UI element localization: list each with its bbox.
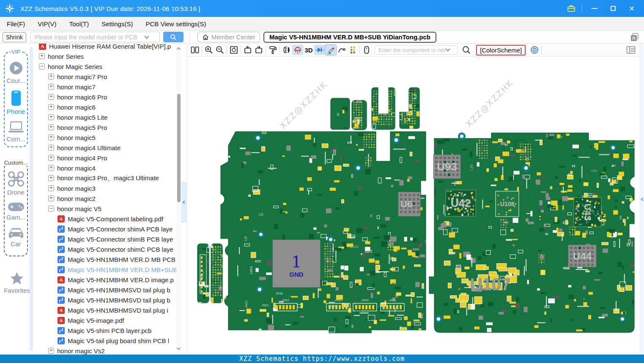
tree-item[interactable]: AHuawei Hisense RAM General Table[VIP].p	[34, 44, 176, 51]
expand-icon[interactable]: +	[48, 135, 54, 140]
tree-item[interactable]: AMagic V5-Component labeling.pdf	[34, 214, 176, 224]
layer-panel-icon[interactable]	[625, 45, 636, 55]
tree-scrollbar[interactable]	[176, 44, 181, 355]
tree-item[interactable]: AMagic V5-HN1MBHM VER.D image.p	[34, 275, 176, 285]
model-search-input[interactable]	[31, 34, 145, 41]
tree-item[interactable]: –honor magic V5	[34, 204, 176, 214]
chevron-down-icon[interactable]	[144, 34, 149, 38]
tree-item[interactable]: Magic V5-HN1MBHMSVD tail plug b	[34, 295, 176, 305]
tree-item[interactable]: Magic V5-HN1MBHM VER.D MB PCB	[34, 254, 176, 264]
sidebar-item-car[interactable]: Car	[5, 227, 27, 248]
expand-icon[interactable]: +	[48, 195, 54, 201]
expand-icon[interactable]: +	[39, 53, 45, 59]
expand-icon[interactable]: +	[48, 104, 54, 110]
pcb-canvas[interactable]: U6U93U42U108U43U44U1071GNDJ9_1J454J452J5…	[187, 57, 640, 355]
net-search-icon[interactable]	[461, 45, 472, 55]
menu-item-pcb-view-settings-s[interactable]: PCB View settings(S)	[145, 20, 206, 28]
curve-measure-icon[interactable]	[336, 45, 347, 55]
expand-icon[interactable]: +	[48, 94, 54, 100]
tree-item[interactable]: Magic V5-Connector shimC PCB laye	[34, 244, 176, 254]
right-panel-collapse-strip[interactable]	[640, 44, 644, 355]
sidebar-item-favorites[interactable]: Favorites	[0, 272, 34, 294]
net-search-input[interactable]	[375, 47, 446, 53]
expand-icon[interactable]: +	[48, 74, 54, 80]
tree-item[interactable]: +honor magic5	[34, 132, 176, 143]
rotate-ccw-icon[interactable]	[242, 45, 253, 55]
menu-item-settings-s[interactable]: Settings(S)	[101, 20, 133, 28]
tree-item[interactable]: +honor magic3 Pro、magic3 Ultimate	[34, 173, 176, 183]
expand-icon[interactable]: +	[48, 145, 54, 151]
open-file-tab[interactable]: Magic V5-HN1MBHM VER.D MB+SUB YiDianTong…	[263, 32, 436, 43]
expand-icon[interactable]: +	[48, 175, 54, 181]
menu-item-tool-t[interactable]: Tool(T)	[69, 20, 89, 28]
sidebar-item-game[interactable]: Gam...	[5, 202, 27, 221]
collapse-icon[interactable]: –	[48, 206, 54, 212]
tree-item[interactable]: +honor magic3	[34, 183, 176, 193]
chevron-down-icon[interactable]	[445, 47, 450, 51]
tree-item[interactable]: –honor Magic Series	[34, 61, 176, 72]
reset-view-icon[interactable]	[228, 45, 239, 55]
tree-item[interactable]: Magic V5-HN1MBHM VER.D MB+SUB YiDianTong…	[34, 264, 176, 275]
tree-item[interactable]: Magic V5-HN1MBHMSVD tail plug b	[34, 285, 176, 295]
net-search-box[interactable]	[375, 45, 458, 55]
expand-icon[interactable]: +	[48, 185, 54, 191]
diode-jump-icon[interactable]	[314, 45, 325, 55]
tree-item[interactable]: +honor magic6	[34, 102, 176, 112]
sidebar-item-course[interactable]: Cour...	[5, 61, 27, 84]
model-search-box[interactable]	[30, 32, 160, 42]
sidebar-item-computer[interactable]: Com...	[5, 121, 27, 143]
menu-item-vip-v[interactable]: VIP(V)	[38, 20, 56, 28]
colorscheme-button[interactable]: [ColorScheme]	[476, 45, 526, 55]
expand-icon[interactable]: +	[48, 124, 54, 130]
color-dots-icon[interactable]	[347, 45, 358, 55]
expand-icon[interactable]: +	[48, 155, 54, 161]
split-view-icon[interactable]	[189, 45, 200, 55]
3d-view-button[interactable]: 3D	[303, 45, 314, 55]
minimize-button[interactable]	[588, 3, 601, 14]
scrollbar-thumb[interactable]	[177, 94, 181, 202]
zoom-out-icon[interactable]	[214, 45, 225, 55]
tree-item[interactable]: AMagic V5-image.pdf	[34, 315, 176, 325]
scroll-down-icon[interactable]	[177, 346, 181, 350]
member-center-button[interactable]: Member Center	[197, 32, 260, 42]
tree-item[interactable]: +honor magic5 Lite	[34, 112, 176, 122]
mouse-mode-icon[interactable]	[361, 45, 372, 55]
collapse-icon[interactable]: –	[39, 63, 45, 69]
expand-icon[interactable]: +	[48, 114, 54, 120]
tree-item[interactable]: +honor magic7	[34, 82, 176, 92]
mirror-flip-icon[interactable]	[281, 45, 292, 55]
expand-icon[interactable]: +	[48, 84, 54, 90]
sidebar-item-drone[interactable]: Drone	[5, 171, 27, 196]
tree-item[interactable]: +honor magic7 Pro	[34, 72, 176, 82]
expand-icon[interactable]: +	[48, 348, 54, 354]
zoom-in-icon[interactable]	[203, 45, 214, 55]
rotate-cw-icon[interactable]	[253, 45, 264, 55]
paint-roller-icon[interactable]	[267, 45, 278, 55]
search-button[interactable]	[163, 32, 184, 42]
tree-item[interactable]: Magic V5-tail plug board shim PCB l	[34, 336, 176, 346]
tree-item[interactable]: +honor magic4	[34, 163, 176, 173]
vip-briefcase-icon[interactable]	[567, 4, 576, 13]
maximize-button[interactable]	[607, 3, 619, 14]
tree-item[interactable]: +honor magic2	[34, 193, 176, 204]
tree-item[interactable]: AMagic V5-HN1MBHMSVD tail plug i	[34, 305, 176, 315]
tree-item[interactable]: Magic V5-Connector shimB PCB laye	[34, 234, 176, 244]
tree-item[interactable]: +honor magic4 Ultimate	[34, 143, 176, 153]
sidebar-scroll-strip[interactable]	[30, 47, 33, 351]
shrink-button[interactable]: Shrink	[3, 32, 26, 42]
close-button[interactable]: ✕	[625, 3, 638, 14]
tree-item[interactable]: +honor magic5 Pro	[34, 122, 176, 132]
measure-pen-icon[interactable]	[325, 45, 336, 55]
tree-item[interactable]: Magic V5-shim PCB layer.pcb	[34, 325, 176, 336]
scroll-up-icon[interactable]	[177, 47, 181, 52]
expand-icon[interactable]: +	[48, 165, 54, 171]
sidebar-item-phone[interactable]: Phone	[5, 90, 27, 115]
tree-item[interactable]: +honor Series	[34, 51, 176, 61]
close-all-tabs-icon[interactable]	[630, 33, 640, 42]
tree-item[interactable]: +honor magic4 Pro	[34, 153, 176, 163]
tree-item[interactable]: +honor magic Vs2	[34, 346, 176, 355]
tree-item[interactable]: Magic V5-Connector shimA PCB laye	[34, 224, 176, 234]
lamp-highlight-icon[interactable]	[292, 45, 303, 55]
menu-item-file-f[interactable]: File(F)	[7, 20, 25, 28]
tree-item[interactable]: +honor magic6 Pro	[34, 92, 176, 102]
